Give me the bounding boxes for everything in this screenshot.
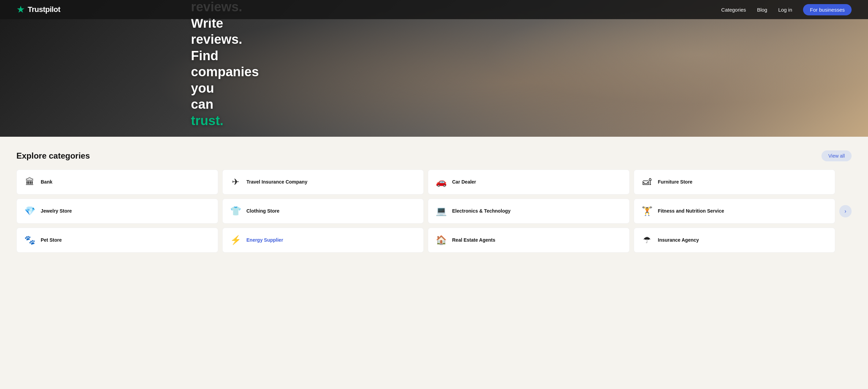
nav-links: Categories Blog Log in For businesses: [721, 4, 852, 15]
categories-title: Explore categories: [16, 151, 90, 161]
category-label-energy-supplier: Energy Supplier: [247, 237, 283, 243]
category-label-clothing-store: Clothing Store: [247, 208, 279, 214]
hero-title-trust: trust.: [191, 113, 223, 128]
category-icon-clothing-store: 👕: [229, 206, 242, 216]
nav-blog-link[interactable]: Blog: [757, 7, 767, 13]
category-icon-bank: 🏛: [24, 177, 36, 187]
category-card-clothing-store[interactable]: 👕Clothing Store: [222, 199, 424, 224]
categories-grid-wrapper: 🏛Bank✈Travel Insurance Company🚗Car Deale…: [16, 170, 852, 253]
for-businesses-button[interactable]: For businesses: [803, 4, 852, 15]
category-label-car-dealer: Car Dealer: [452, 179, 476, 185]
category-card-jewelry-store[interactable]: 💎Jewelry Store: [16, 199, 218, 224]
category-card-car-dealer[interactable]: 🚗Car Dealer: [428, 170, 630, 194]
category-icon-jewelry-store: 💎: [24, 206, 36, 216]
navbar: ★ Trustpilot Categories Blog Log in For …: [0, 0, 868, 19]
categories-header: Explore categories View all: [16, 150, 852, 161]
category-icon-car-dealer: 🚗: [435, 177, 447, 187]
view-all-button[interactable]: View all: [821, 150, 852, 161]
category-label-jewelry-store: Jewelry Store: [41, 208, 72, 214]
hero-content: Read reviews. Write reviews. Find compan…: [0, 0, 239, 137]
category-icon-travel-insurance: ✈: [229, 177, 242, 187]
category-card-travel-insurance[interactable]: ✈Travel Insurance Company: [222, 170, 424, 194]
category-icon-pet-store: 🐾: [24, 235, 36, 245]
category-icon-real-estate: 🏠: [435, 235, 447, 245]
logo-link[interactable]: ★ Trustpilot: [16, 5, 60, 14]
category-card-pet-store[interactable]: 🐾Pet Store: [16, 228, 218, 253]
category-label-fitness: Fitness and Nutrition Service: [658, 208, 724, 214]
category-card-electronics[interactable]: 💻Electronics & Technology: [428, 199, 630, 224]
category-icon-fitness: 🏋: [641, 206, 653, 216]
logo-text: Trustpilot: [28, 5, 60, 14]
category-label-furniture-store: Furniture Store: [658, 179, 693, 185]
category-card-real-estate[interactable]: 🏠Real Estate Agents: [428, 228, 630, 253]
hero-section: Read reviews. Write reviews. Find compan…: [0, 0, 868, 137]
category-label-insurance-agency: Insurance Agency: [658, 237, 699, 243]
category-label-electronics: Electronics & Technology: [452, 208, 511, 214]
category-label-real-estate: Real Estate Agents: [452, 237, 495, 243]
category-card-energy-supplier[interactable]: ⚡Energy Supplier: [222, 228, 424, 253]
category-icon-electronics: 💻: [435, 206, 447, 216]
next-arrow-button[interactable]: ›: [839, 205, 852, 217]
hero-title: Read reviews. Write reviews. Find compan…: [191, 0, 239, 129]
trustpilot-star-icon: ★: [16, 5, 25, 14]
category-label-pet-store: Pet Store: [41, 237, 62, 243]
category-card-fitness[interactable]: 🏋Fitness and Nutrition Service: [634, 199, 836, 224]
category-icon-furniture-store: 🛋: [641, 177, 653, 187]
nav-categories-link[interactable]: Categories: [721, 7, 746, 13]
category-icon-insurance-agency: ☂: [641, 235, 653, 245]
category-card-insurance-agency[interactable]: ☂Insurance Agency: [634, 228, 836, 253]
category-label-travel-insurance: Travel Insurance Company: [247, 179, 307, 185]
category-icon-energy-supplier: ⚡: [229, 235, 242, 245]
nav-login-link[interactable]: Log in: [778, 7, 792, 13]
category-card-furniture-store[interactable]: 🛋Furniture Store: [634, 170, 836, 194]
category-label-bank: Bank: [41, 179, 52, 185]
categories-grid: 🏛Bank✈Travel Insurance Company🚗Car Deale…: [16, 170, 835, 253]
categories-section: Explore categories View all 🏛Bank✈Travel…: [0, 137, 868, 269]
category-card-bank[interactable]: 🏛Bank: [16, 170, 218, 194]
